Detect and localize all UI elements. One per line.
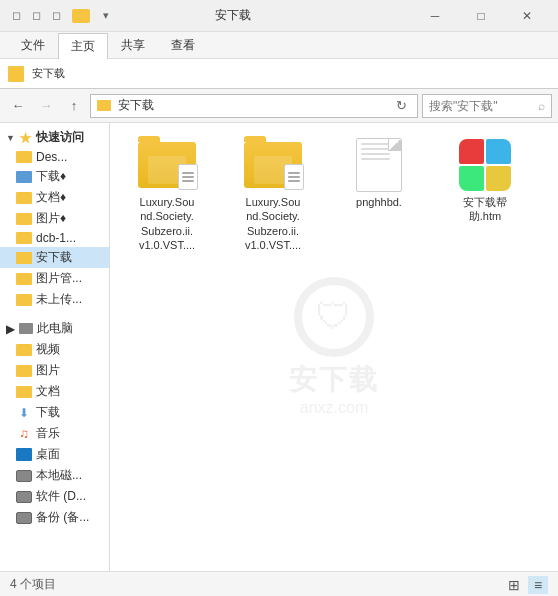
ribbon-tabs: 文件 主页 共享 查看	[0, 32, 558, 58]
list-item[interactable]: 安下载帮助.htm	[440, 135, 530, 256]
sidebar-item-video[interactable]: 视频	[0, 339, 109, 360]
chevron-icon: ▼	[6, 133, 15, 143]
file-name: 安下载帮助.htm	[463, 195, 507, 224]
photos-q1	[459, 139, 484, 164]
search-bar[interactable]: ⌕	[422, 94, 552, 118]
pc-chevron-icon: ▶	[6, 322, 15, 336]
nav-bar: ← → ↑ 安下载 ↻ ⌕	[0, 89, 558, 123]
music-icon: ♫	[16, 428, 32, 440]
watermark: 🛡 安下载 anxz.com	[289, 277, 379, 417]
close-button[interactable]: ✕	[504, 0, 550, 32]
list-view-button[interactable]: ≡	[528, 576, 548, 594]
sidebar-item-picture[interactable]: 图片	[0, 360, 109, 381]
folder-icon-title	[72, 9, 90, 23]
photos-q2	[486, 139, 511, 164]
search-input[interactable]	[429, 99, 534, 113]
grid-view-button[interactable]: ⊞	[504, 576, 524, 594]
sidebar-item-download[interactable]: 下载♦	[0, 166, 109, 187]
document-icon	[16, 386, 32, 398]
this-pc-header[interactable]: ▶ 此电脑	[0, 318, 109, 339]
sidebar-item-hdd-d[interactable]: 软件 (D...	[0, 486, 109, 507]
address-folder-icon	[97, 100, 111, 111]
folder-large-icon2	[244, 142, 302, 188]
quick-access-label: 快速访问	[36, 129, 84, 146]
sidebar-item-dl[interactable]: ⬇ 下载	[0, 402, 109, 423]
forward-button[interactable]: →	[34, 94, 58, 118]
up-button[interactable]: ↑	[62, 94, 86, 118]
file-area: 🛡 安下载 anxz.com Lu	[110, 123, 558, 571]
main-layout: ▼ ★ 快速访问 Des... 下载♦ 文档♦ 图片♦ d	[0, 123, 558, 571]
quick-access-header[interactable]: ▼ ★ 快速访问	[0, 127, 109, 148]
list-item[interactable]: pnghhbd.	[334, 135, 424, 256]
window-title: 安下载	[54, 7, 412, 24]
address-text: 安下载	[115, 97, 387, 114]
photos-q4	[486, 166, 511, 191]
ribbon-path-label: 安下载	[32, 66, 65, 81]
sidebar-item-upload[interactable]: 未上传...	[0, 289, 109, 310]
sidebar-item-imgmgr[interactable]: 图片管...	[0, 268, 109, 289]
picture-icon	[16, 365, 32, 377]
folder-large-icon	[138, 142, 196, 188]
window-controls: ─ □ ✕	[412, 0, 550, 32]
sidebar-item-desktop[interactable]: 桌面	[0, 444, 109, 465]
ribbon-folder-icon	[8, 66, 24, 82]
sidebar-item-hdd-c[interactable]: 本地磁...	[0, 465, 109, 486]
file-icon	[455, 139, 515, 191]
watermark-shield-icon: 🛡	[316, 296, 352, 338]
quick-access-section: ▼ ★ 快速访问 Des... 下载♦ 文档♦ 图片♦ d	[0, 127, 109, 310]
ribbon-content: 安下载	[0, 59, 558, 89]
imgmgr-icon	[16, 273, 32, 285]
search-icon: ⌕	[538, 99, 545, 113]
photos-q3	[459, 166, 484, 191]
anxz-icon	[16, 252, 32, 264]
watermark-text: 安下载	[289, 361, 379, 399]
status-item-count: 4 个项目	[10, 576, 56, 593]
folder-icon	[16, 151, 32, 163]
hdd-c-icon	[16, 470, 32, 482]
pics-icon	[16, 213, 32, 225]
this-pc-label: 此电脑	[37, 320, 73, 337]
sidebar: ▼ ★ 快速访问 Des... 下载♦ 文档♦ 图片♦ d	[0, 123, 110, 571]
window-icon-2: ◻	[28, 8, 44, 24]
sidebar-item-document[interactable]: 文档	[0, 381, 109, 402]
status-bar: 4 个项目 ⊞ ≡	[0, 571, 558, 596]
file-icon	[349, 139, 409, 191]
photos-icon	[459, 139, 511, 191]
title-bar: ◻ ◻ ◻ ▾ 安下载 ─ □ ✕	[0, 0, 558, 32]
watermark-shield: 🛡	[294, 277, 374, 357]
files-grid: Luxury.Sound.Society.Subzero.ii.v1.0.VST…	[110, 123, 558, 268]
minimize-button[interactable]: ─	[412, 0, 458, 32]
window-icon-1: ◻	[8, 8, 24, 24]
sidebar-item-dcb[interactable]: dcb-1...	[0, 229, 109, 247]
star-icon: ★	[19, 130, 32, 146]
sidebar-item-music[interactable]: ♫ 音乐	[0, 423, 109, 444]
tab-home[interactable]: 主页	[58, 33, 108, 59]
hdd-d-icon	[16, 491, 32, 503]
upload-icon	[16, 294, 32, 306]
this-pc-section: ▶ 此电脑 视频 图片 文档 ⬇ 下载 ♫ 音乐	[0, 318, 109, 528]
list-item[interactable]: Luxury.Sound.Society.Subzero.ii.v1.0.VST…	[122, 135, 212, 256]
file-icon	[137, 139, 197, 191]
sidebar-item-hdd-backup[interactable]: 备份 (备...	[0, 507, 109, 528]
tab-view[interactable]: 查看	[158, 32, 208, 58]
address-bar[interactable]: 安下载 ↻	[90, 94, 418, 118]
desktop-icon	[16, 449, 32, 461]
status-view-icons: ⊞ ≡	[504, 576, 548, 594]
sidebar-item-pics[interactable]: 图片♦	[0, 208, 109, 229]
back-button[interactable]: ←	[6, 94, 30, 118]
tab-share[interactable]: 共享	[108, 32, 158, 58]
dcb-icon	[16, 232, 32, 244]
refresh-button[interactable]: ↻	[391, 96, 411, 116]
maximize-button[interactable]: □	[458, 0, 504, 32]
file-name: pnghhbd.	[356, 195, 402, 209]
tab-file[interactable]: 文件	[8, 32, 58, 58]
docs-icon	[16, 192, 32, 204]
sidebar-item-des[interactable]: Des...	[0, 148, 109, 166]
video-icon	[16, 344, 32, 356]
file-icon	[243, 139, 303, 191]
sidebar-item-docs[interactable]: 文档♦	[0, 187, 109, 208]
pc-icon	[19, 323, 33, 334]
file-name: Luxury.Sound.Society.Subzero.ii.v1.0.VST…	[245, 195, 301, 252]
list-item[interactable]: Luxury.Sound.Society.Subzero.ii.v1.0.VST…	[228, 135, 318, 256]
sidebar-item-anxz[interactable]: 安下载	[0, 247, 109, 268]
